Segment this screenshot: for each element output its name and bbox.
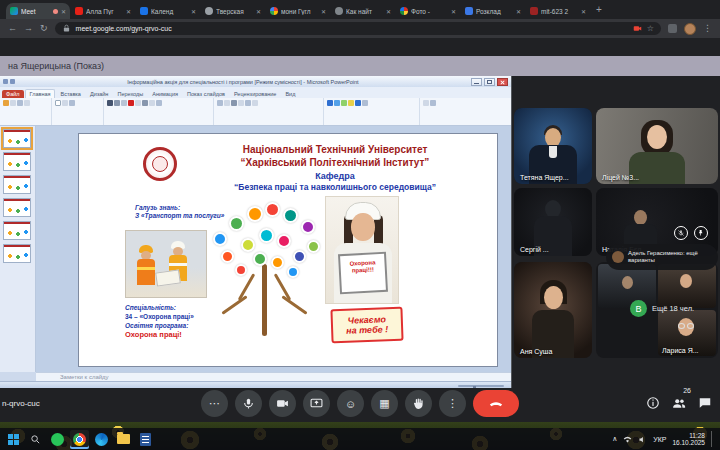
ribbon-button[interactable]	[114, 100, 120, 106]
slide-thumbnail[interactable]	[3, 152, 31, 171]
notes-pane[interactable]: Заметки к слайду	[36, 372, 512, 381]
end-call-button[interactable]	[473, 390, 519, 417]
tab-close-icon[interactable]: ✕	[386, 8, 391, 15]
start-button[interactable]	[4, 430, 23, 449]
browser-tab-mit[interactable]: mit-623 2 ✕	[526, 3, 590, 19]
pin-icon[interactable]	[694, 226, 708, 240]
ribbon-button[interactable]	[3, 100, 9, 106]
ppt-maximize-button[interactable]	[484, 78, 495, 86]
ribbon-button[interactable]	[231, 100, 237, 106]
camera-in-use-icon[interactable]	[633, 24, 642, 33]
ribbon-button[interactable]	[327, 100, 333, 106]
browser-menu-icon[interactable]: ⋮	[703, 24, 712, 33]
raise-hand-button[interactable]	[405, 390, 432, 417]
ribbon-button[interactable]	[334, 100, 340, 106]
ribbon-button[interactable]	[423, 100, 429, 106]
ribbon-button[interactable]	[341, 100, 347, 106]
overflow-participants-tile[interactable]: Лариса Я... В Ещё 18 чел.	[596, 262, 718, 358]
slide-thumbnail[interactable]	[3, 244, 31, 263]
browser-tab-search[interactable]: Как найт ✕	[331, 3, 395, 19]
taskbar-edge-icon[interactable]	[92, 430, 111, 449]
network-icon[interactable]	[623, 430, 632, 448]
show-desktop-button[interactable]	[711, 431, 716, 447]
meeting-info-icon[interactable]	[646, 396, 660, 410]
ribbon-tab-animation[interactable]: Анимация	[148, 90, 182, 98]
ribbon-button[interactable]	[55, 100, 61, 106]
ribbon-tab-design[interactable]: Дизайн	[86, 90, 113, 98]
participant-tile[interactable]: Сергій ...	[514, 188, 592, 256]
extensions-puzzle-icon[interactable]	[668, 24, 677, 33]
ppt-close-button[interactable]	[497, 78, 508, 86]
chat-panel-icon[interactable]	[698, 396, 712, 410]
ribbon-tab-file[interactable]: Файл	[2, 90, 24, 98]
quick-access-icon[interactable]	[10, 79, 15, 84]
ribbon-button[interactable]	[62, 100, 68, 106]
ppt-minimize-button[interactable]	[471, 78, 482, 86]
tab-close-icon[interactable]: ✕	[191, 8, 196, 15]
taskbar-search-icon[interactable]	[26, 430, 45, 449]
browser-tab-schedule[interactable]: Розклад ✕	[461, 3, 525, 19]
slide-thumbnail[interactable]	[3, 175, 31, 194]
tab-close-icon[interactable]: ✕	[321, 8, 326, 15]
layout-grid-button[interactable]: ▦	[371, 390, 398, 417]
tab-close-icon[interactable]: ✕	[451, 8, 456, 15]
ribbon-button[interactable]	[107, 100, 113, 106]
camera-button[interactable]	[269, 390, 296, 417]
participants-panel-icon[interactable]: 26	[672, 396, 686, 410]
tab-close-icon[interactable]: ✕	[581, 8, 586, 15]
address-bar[interactable]: meet.google.com/gyn-qrvo-cuc ☆	[55, 22, 661, 35]
browser-tab-meet[interactable]: Meet ✕	[6, 3, 70, 19]
quick-access-icon[interactable]	[3, 79, 8, 84]
ribbon-button[interactable]	[156, 100, 162, 106]
language-indicator[interactable]: УКР	[653, 436, 666, 443]
ribbon-button[interactable]	[348, 100, 354, 106]
mic-button[interactable]	[235, 390, 262, 417]
ribbon-button[interactable]	[238, 100, 244, 106]
present-button[interactable]	[303, 390, 330, 417]
zoom-slider-knob[interactable]	[473, 386, 476, 388]
ribbon-button[interactable]	[149, 100, 155, 106]
ribbon-button[interactable]	[135, 100, 141, 106]
more-controls-button[interactable]: ⋮	[439, 390, 466, 417]
slide-thumbnail[interactable]	[3, 198, 31, 217]
tray-expand-icon[interactable]: ∧	[612, 435, 617, 443]
ribbon-tab-review[interactable]: Рецензирование	[230, 90, 280, 98]
volume-icon[interactable]	[638, 430, 647, 448]
browser-tab-photos[interactable]: Фото - ✕	[396, 3, 460, 19]
ribbon-button[interactable]	[355, 100, 361, 106]
ribbon-button[interactable]	[121, 100, 127, 106]
browser-tab-tverskaya[interactable]: Тверская ✕	[201, 3, 265, 19]
taskbar-chrome-icon[interactable]	[70, 430, 89, 449]
ribbon-button[interactable]	[10, 100, 16, 106]
ribbon-tab-insert[interactable]: Вставка	[56, 90, 84, 98]
ribbon-button[interactable]	[245, 100, 251, 106]
ribbon-button[interactable]	[252, 100, 258, 106]
mic-off-icon[interactable]	[674, 226, 688, 240]
new-tab-button[interactable]: +	[596, 4, 602, 15]
zoom-slider[interactable]	[458, 385, 504, 387]
taskbar-clock[interactable]: 11:28 16.10.2025	[672, 432, 705, 447]
browser-tab-google[interactable]: мони Гугл ✕	[266, 3, 330, 19]
tab-close-icon[interactable]: ✕	[516, 8, 521, 15]
reactions-button[interactable]: ☺	[337, 390, 364, 417]
forward-icon[interactable]: →	[24, 24, 33, 33]
bookmark-star-icon[interactable]: ☆	[647, 24, 654, 33]
browser-tab-youtube[interactable]: Алла Пуг ✕	[71, 3, 135, 19]
ribbon-button[interactable]	[430, 100, 436, 106]
ribbon-button[interactable]	[224, 100, 230, 106]
ribbon-tab-slideshow[interactable]: Показ слайдов	[183, 90, 229, 98]
tab-close-icon[interactable]: ✕	[61, 8, 66, 15]
participant-tile[interactable]: Ліцей №3...	[596, 108, 718, 184]
ribbon-button[interactable]	[142, 100, 148, 106]
ribbon-button[interactable]	[128, 100, 134, 106]
tab-close-icon[interactable]: ✕	[256, 8, 261, 15]
participant-tile[interactable]: Тетяна Ящер...	[514, 108, 592, 184]
more-options-button[interactable]: ⋯	[201, 390, 228, 417]
ribbon-button[interactable]	[17, 100, 23, 106]
ribbon-button[interactable]	[24, 100, 30, 106]
ribbon-tab-view[interactable]: Вид	[281, 90, 299, 98]
slide-thumbnail[interactable]	[3, 221, 31, 240]
ribbon-tab-home[interactable]: Главная	[25, 89, 56, 98]
profile-avatar[interactable]	[684, 23, 696, 35]
ribbon-tab-transitions[interactable]: Переходы	[113, 90, 147, 98]
